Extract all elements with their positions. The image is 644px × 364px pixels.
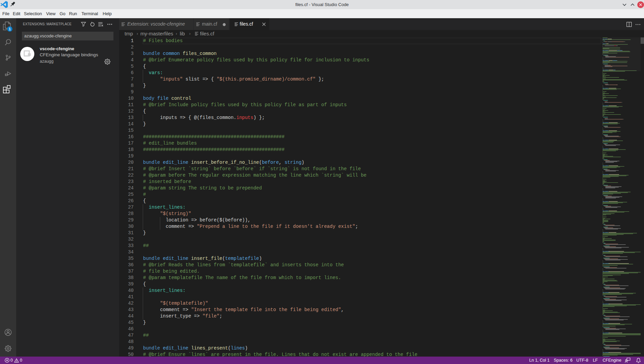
svg-text:1: 1 [9, 27, 11, 31]
